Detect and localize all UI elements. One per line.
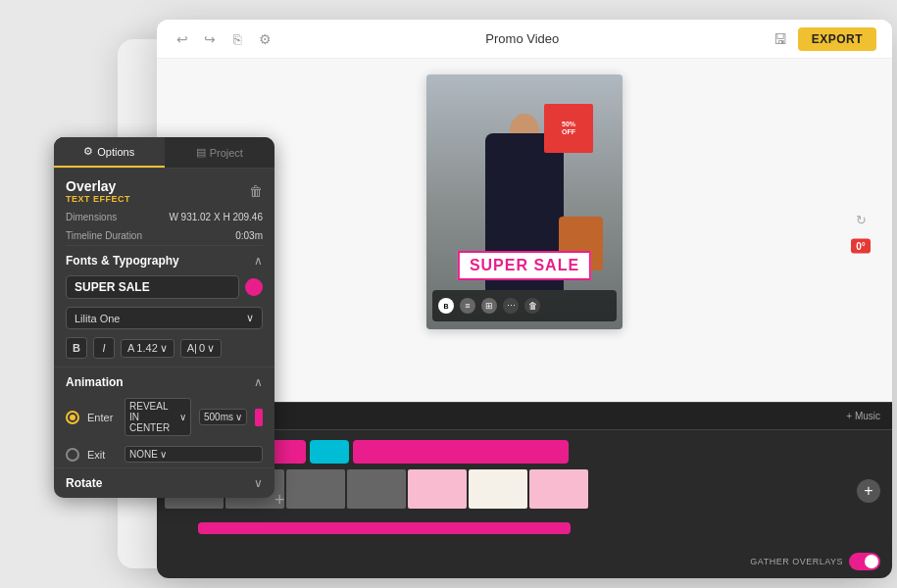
tab-options[interactable]: ⚙ Options [54,137,165,168]
dimensions-value: W 931.02 X H 209.46 [169,212,263,222]
overlay-subtitle: TEXT EFFECT [66,194,130,204]
animation-section: Animation ∧ Enter REVEAL IN CENTER ∨ 500… [54,367,274,467]
panel-tabs: ⚙ Options ▤ Project [54,137,274,169]
thumb-6[interactable] [469,469,527,509]
toggle-knob [865,555,878,568]
track-add-inline-button[interactable]: + [274,490,285,511]
fonts-section-title: Fonts & Typography [66,254,179,268]
settings-button[interactable]: ⚙ [255,29,274,49]
sale-sign: 50%OFF [544,104,593,153]
dots-icon[interactable]: ⋯ [503,298,519,314]
exit-anim-value: NONE [129,449,158,460]
music-button[interactable]: + Music [846,411,880,421]
exit-anim-chevron: ∨ [160,449,167,460]
size-icon: A [127,342,134,354]
export-button[interactable]: EXPORT [798,27,876,51]
trash-overlay-icon[interactable]: 🗑 [524,298,540,314]
enter-radio[interactable] [66,411,79,424]
spacing-value: 0 [199,342,205,354]
gather-toggle[interactable] [849,553,880,570]
enter-time-chevron: ∨ [235,412,242,422]
enter-anim-indicator [255,409,263,426]
thumb-5[interactable] [408,469,467,509]
timeline-add-button[interactable]: + [857,479,880,503]
dimensions-row: Dimensions W 931.02 X H 209.46 [54,208,274,226]
fonts-section-header[interactable]: Fonts & Typography ∧ [54,246,274,271]
overlay-header: Overlay TEXT EFFECT 🗑 [54,169,274,208]
rotate-section-header[interactable]: Rotate ∨ [54,468,274,498]
spacing-label: A| [187,342,197,354]
gather-label: GATHER OVERLAYS [750,557,843,566]
font-size-control[interactable]: A 1.42 ∨ [121,339,174,358]
project-title: Promo Video [485,31,559,46]
font-name-label: Lilita One [75,313,120,324]
rotate-section: Rotate ∨ [54,467,274,498]
canvas-controls: ↻ 0° [849,208,872,254]
text-input-row [54,271,274,303]
size-value: 1.42 [136,342,157,354]
enter-anim-select[interactable]: REVEAL IN CENTER ∨ [125,398,191,436]
project-icon: ▤ [196,146,206,159]
copy-button[interactable]: ⎘ [227,29,247,49]
video-overlay-bar: B ≡ ⊞ ⋯ 🗑 [432,290,617,321]
save-icon[interactable]: 🖫 [771,29,790,49]
enter-anim-value: REVEAL IN CENTER [129,401,177,433]
overlay-info: Overlay TEXT EFFECT [66,178,130,204]
exit-animation-row: Exit NONE ∨ [54,441,274,467]
animation-section-title: Animation [66,375,124,389]
gather-overlays: GATHER OVERLAYS [750,553,880,570]
delete-overlay-button[interactable]: 🗑 [249,183,263,199]
font-selector: Lilita One ∨ [54,303,274,333]
rotate-title: Rotate [66,476,102,490]
timeline-duration-row: Timeline Duration 0:03m [54,226,274,245]
exit-radio[interactable] [66,448,79,462]
editor-topbar: ↩ ↪ ⎘ ⚙ Promo Video 🖫 EXPORT [157,20,892,59]
text-input-field[interactable] [66,275,239,299]
enter-anim-chevron: ∨ [179,412,186,422]
clip-cyan-1[interactable] [310,440,349,464]
timeline-label: Timeline Duration [66,230,142,241]
timeline-value: 0:03m [235,230,263,241]
italic-button[interactable]: I [93,337,115,359]
panel-body: Overlay TEXT EFFECT 🗑 Dimensions W 931.0… [54,169,274,498]
text-color-picker[interactable] [245,278,263,296]
fonts-chevron-icon: ∧ [254,254,263,268]
thumb-4[interactable] [347,469,406,509]
clip-pink-3[interactable] [353,440,569,464]
layout-icon[interactable]: ⊞ [481,298,497,314]
italic-icon: I [102,342,105,354]
enter-time-value: 500ms [204,412,233,422]
angle-badge: 0° [851,239,871,254]
size-chevron-icon: ∨ [160,342,168,355]
options-panel: ⚙ Options ▤ Project Overlay TEXT EFFECT … [54,137,274,498]
undo-button[interactable]: ↩ [173,29,192,49]
exit-label: Exit [87,449,117,461]
dimensions-label: Dimensions [66,212,117,222]
overlay-title: Overlay [66,178,130,194]
thumb-3[interactable] [286,469,345,509]
letter-spacing-control[interactable]: A| 0 ∨ [180,339,222,358]
animation-section-header[interactable]: Animation ∧ [54,368,274,393]
format-row: B I A 1.42 ∨ A| 0 ∨ [54,333,274,363]
lines-icon[interactable]: ≡ [460,298,475,314]
rotate-chevron-icon: ∨ [254,476,263,490]
clip-overlay-long[interactable] [198,522,571,534]
enter-time-select[interactable]: 500ms ∨ [199,409,247,425]
font-dropdown-icon: ∨ [246,312,254,324]
tab-project[interactable]: ▤ Project [165,137,275,168]
enter-animation-row: Enter REVEAL IN CENTER ∨ 500ms ∨ [54,393,274,441]
redo-button[interactable]: ↪ [200,29,220,49]
exit-anim-select[interactable]: NONE ∨ [125,446,263,463]
topbar-tools: ↩ ↪ ⎘ ⚙ [173,29,274,49]
bw-toggle[interactable]: B [438,298,454,314]
thumb-7[interactable] [529,469,588,509]
options-icon: ⚙ [83,145,93,158]
bold-button[interactable]: B [66,337,87,359]
animation-chevron-icon: ∧ [254,375,263,389]
font-name-dropdown[interactable]: Lilita One ∨ [66,307,263,329]
track-row-overlay [157,513,892,544]
rotate-canvas-icon[interactable]: ↻ [849,208,872,231]
bold-icon: B [73,342,80,354]
super-sale-overlay[interactable]: SUPER SALE [458,251,591,280]
spacing-chevron-icon: ∨ [207,342,215,355]
